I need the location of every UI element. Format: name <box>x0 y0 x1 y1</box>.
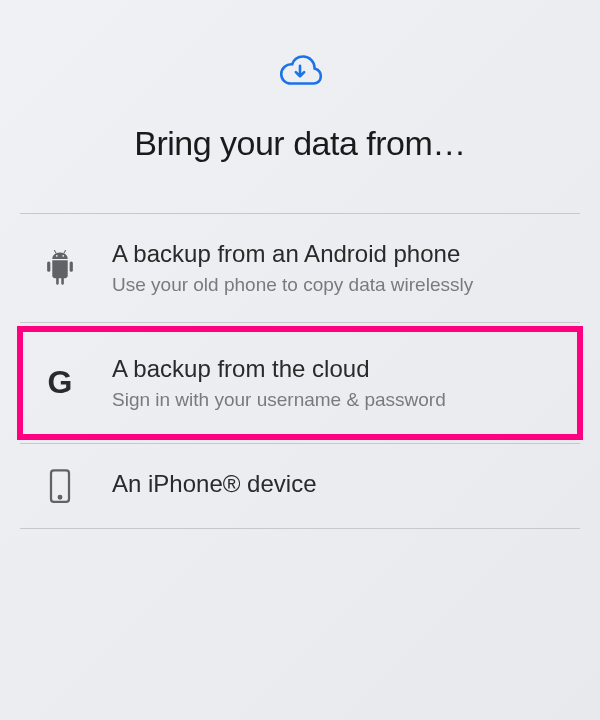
svg-point-1 <box>62 255 64 257</box>
option-cloud-backup[interactable]: G A backup from the cloud Sign in with y… <box>20 329 580 437</box>
svg-line-3 <box>64 250 66 253</box>
phone-icon <box>40 468 80 504</box>
option-iphone-title: An iPhone® device <box>112 468 560 499</box>
option-android-subtitle: Use your old phone to copy data wireless… <box>112 273 560 298</box>
option-iphone[interactable]: An iPhone® device <box>20 444 580 528</box>
google-icon: G <box>40 364 80 401</box>
option-cloud-text: A backup from the cloud Sign in with you… <box>112 353 560 413</box>
option-android-backup[interactable]: A backup from an Android phone Use your … <box>20 214 580 322</box>
svg-line-2 <box>54 250 56 253</box>
option-cloud-title: A backup from the cloud <box>112 353 560 384</box>
divider <box>20 322 580 323</box>
svg-point-0 <box>56 255 58 257</box>
svg-rect-5 <box>70 262 73 272</box>
divider <box>20 528 580 529</box>
page-title: Bring your data from… <box>20 124 580 163</box>
option-iphone-text: An iPhone® device <box>112 468 560 503</box>
option-android-title: A backup from an Android phone <box>112 238 560 269</box>
android-icon <box>40 250 80 286</box>
option-cloud-subtitle: Sign in with your username & password <box>112 388 560 413</box>
option-android-text: A backup from an Android phone Use your … <box>112 238 560 298</box>
cloud-download-icon <box>20 50 580 94</box>
svg-rect-4 <box>47 262 50 272</box>
svg-point-7 <box>59 496 62 499</box>
